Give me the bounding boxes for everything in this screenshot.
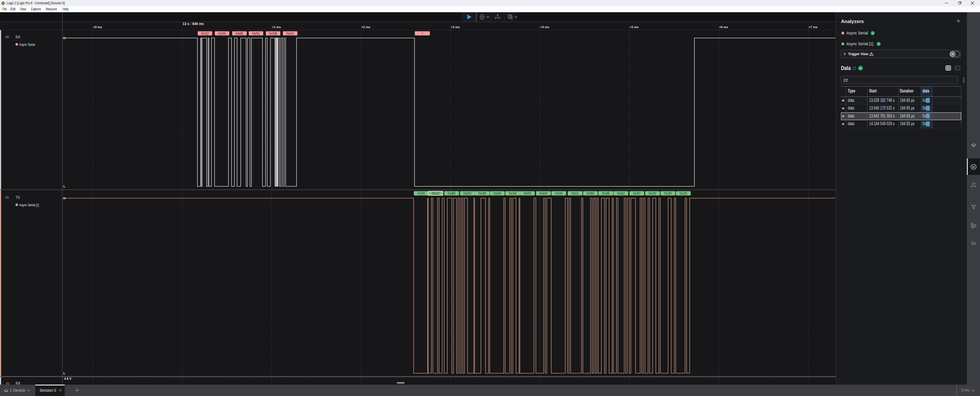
svg-text:0x01: 0x01 (571, 192, 579, 195)
svg-text:RX: RX (16, 35, 20, 39)
svg-text:0x00: 0x00 (523, 192, 531, 195)
svg-text:RX: RX (16, 381, 20, 385)
svg-text:+2 ms: +2 ms (361, 25, 370, 29)
svg-text:0x47: 0x47 (633, 192, 641, 195)
svg-text:0x34: 0x34 (509, 192, 517, 195)
svg-text:Async Serial [1]: Async Serial [1] (19, 203, 39, 207)
svg-text:1F: 1F (972, 166, 975, 168)
svg-text:0x00: 0x00 (493, 192, 501, 195)
svg-text:0x50: 0x50 (587, 192, 594, 195)
svg-text:0x38: 0x38 (478, 192, 486, 195)
svg-text:+7 ms: +7 ms (808, 25, 818, 29)
svg-text:3: 3 (496, 14, 498, 17)
svg-text:D1: D1 (5, 196, 9, 200)
svg-text:13 s : 640 ms: 13 s : 640 ms (183, 22, 204, 26)
svg-text:1F: 1F (481, 16, 484, 18)
svg-text:0x22: 0x22 (201, 32, 209, 36)
svg-text:0x5B: 0x5B (269, 32, 277, 36)
svg-text:+4 ms: +4 ms (540, 25, 549, 29)
svg-text:0x30: 0x30 (664, 192, 672, 195)
svg-text:0x32: 0x32 (649, 192, 656, 195)
svg-text:0x01: 0x01 (252, 32, 260, 36)
svg-text:+9 ms: +9 ms (93, 25, 102, 29)
svg-text:+3 ms: +3 ms (451, 25, 460, 29)
svg-text:L: L (64, 185, 65, 188)
svg-text:D0: D0 (5, 36, 9, 39)
svg-text:0x20: 0x20 (679, 192, 687, 195)
svg-text:0x00: 0x00 (417, 192, 425, 195)
svg-text:0x00: 0x00 (555, 192, 563, 195)
svg-text:H: H (64, 196, 66, 200)
svg-text:0x00: 0x00 (218, 32, 226, 36)
svg-text:3: 3 (972, 182, 974, 185)
svg-text:0x36: 0x36 (602, 192, 610, 195)
svg-text:Async Serial: Async Serial (19, 43, 35, 46)
svg-text:0xD0: 0xD0 (539, 192, 547, 195)
svg-text:+6 ms: +6 ms (719, 25, 728, 29)
svg-text:0x6E: 0x6E (235, 32, 243, 36)
svg-text:!: ! (422, 32, 423, 36)
svg-text:H: H (64, 36, 66, 40)
svg-text:TX: TX (16, 195, 20, 200)
svg-text:L: L (64, 372, 65, 375)
svg-text:0x01: 0x01 (286, 32, 294, 36)
svg-text:0x42: 0x42 (617, 192, 625, 195)
svg-text:0x0D: 0x0D (463, 192, 471, 195)
svg-text:+1 ms: +1 ms (272, 25, 281, 29)
svg-text:0x6E: 0x6E (447, 192, 456, 195)
svg-text:A0: A0 (6, 382, 10, 385)
svg-text:0x22: 0x22 (432, 192, 439, 195)
svg-text:+5 ms: +5 ms (630, 25, 639, 29)
svg-text:?: ? (854, 67, 855, 70)
svg-text:4.5 V: 4.5 V (64, 377, 72, 380)
